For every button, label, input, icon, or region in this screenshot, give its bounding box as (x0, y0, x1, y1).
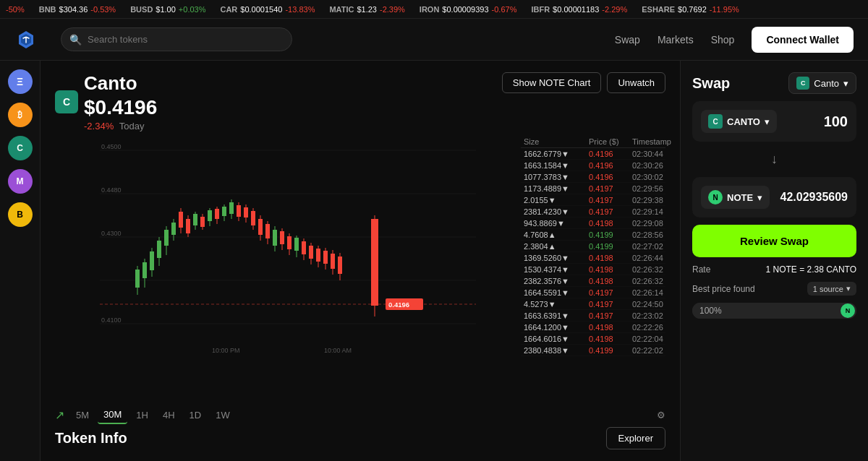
time-btn-30m[interactable]: 30M (98, 406, 127, 424)
unwatch-button[interactable]: Unwatch (607, 72, 665, 93)
time-btn-1w[interactable]: 1W (210, 407, 236, 423)
swap-to-box: N NOTE ▾ 42.02935609 (692, 177, 856, 217)
canto-network-dropdown[interactable]: C Canto ▾ (788, 72, 856, 94)
note-select-icon: N (708, 190, 723, 204)
svg-rect-26 (186, 219, 190, 233)
table-row: 1664.1200▼ 0.4198 02:22:26 (521, 322, 665, 333)
svg-rect-16 (150, 251, 154, 270)
to-token-chevron: ▾ (757, 192, 762, 203)
swap-from-box: C CANTO ▾ 100 (692, 101, 856, 142)
sidebar-item-mochi[interactable]: M (8, 169, 33, 194)
token-info-title: Token Info (55, 430, 127, 447)
trade-list: Size Price ($) Timestamp 1662.6779▼ 0.41… (521, 136, 665, 400)
time-btn-1d[interactable]: 1D (184, 407, 208, 423)
table-row: 2381.4230▼ 0.4197 02:29:14 (521, 206, 665, 217)
from-token-amount[interactable]: 100 (824, 113, 848, 130)
table-row: 1663.6391▼ 0.4197 02:23:02 (521, 310, 665, 322)
svg-rect-36 (222, 207, 226, 216)
svg-rect-60 (309, 246, 313, 259)
rate-value: 1 NOTE = 2.38 CANTO (766, 264, 857, 275)
chart-container: 0.4500 0.4480 0.4300 0.4100 10:00 PM 10:… (55, 136, 665, 400)
chart-controls: Show NOTE Chart Unwatch (502, 72, 665, 93)
sidebar-item-bnb[interactable]: B (8, 202, 33, 227)
svg-text:0.4100: 0.4100 (101, 316, 122, 324)
svg-text:0.4500: 0.4500 (101, 143, 122, 150)
nav-shop[interactable]: Shop (711, 34, 735, 46)
svg-text:10:00 AM: 10:00 AM (324, 347, 352, 354)
ticker-item-bnb: BNB $304.36 -0.53% (39, 5, 116, 14)
svg-text:10:00 PM: 10:00 PM (212, 347, 240, 354)
svg-rect-44 (251, 211, 255, 225)
show-note-chart-button[interactable]: Show NOTE Chart (502, 72, 602, 93)
svg-rect-40 (237, 205, 241, 217)
table-row: 2.0155▼ 0.4197 02:29:38 (521, 194, 665, 206)
nav-swap[interactable]: Swap (615, 34, 640, 46)
svg-text:0.4480: 0.4480 (101, 186, 122, 194)
settings-icon[interactable]: ⚙ (657, 410, 665, 421)
svg-rect-64 (323, 251, 328, 264)
candlestick-chart: 0.4500 0.4480 0.4300 0.4100 10:00 PM 10:… (55, 136, 521, 360)
svg-rect-38 (229, 202, 234, 214)
svg-rect-70 (371, 219, 378, 306)
canto-token-icon: C (55, 90, 78, 113)
ticker-item-car: CAR $0.0001540 -13.83% (220, 5, 315, 14)
source-dropdown[interactable]: 1 source ▾ (807, 282, 856, 296)
table-row: 2380.4838▼ 0.4199 02:22:02 (521, 345, 665, 356)
swap-direction-arrow: ↓ (692, 149, 856, 170)
canto-select-icon: C (708, 114, 723, 129)
to-token-name: NOTE (727, 192, 753, 203)
sidebar-item-eth[interactable]: Ξ (8, 69, 33, 94)
svg-rect-50 (273, 230, 277, 246)
sidebar-item-btc[interactable]: ₿ (8, 103, 33, 127)
svg-rect-56 (294, 238, 299, 251)
explorer-button[interactable]: Explorer (606, 427, 665, 449)
ticker-item-iron: IRON $0.00009393 -0.67% (420, 5, 517, 14)
search-input[interactable] (61, 27, 292, 51)
from-token-select[interactable]: C CANTO ▾ (701, 110, 777, 133)
source-chevron-icon: ▾ (846, 284, 851, 293)
svg-text:0.4300: 0.4300 (101, 230, 122, 237)
ticker-item-matic: MATIC $1.23 -2.39% (329, 5, 404, 14)
svg-rect-14 (142, 262, 147, 278)
time-btn-5m[interactable]: 5M (70, 407, 95, 423)
time-btn-1h[interactable]: 1H (130, 407, 154, 423)
swap-title: Swap (692, 75, 730, 92)
table-row: 4.7608▲ 0.4199 02:28:56 (521, 229, 665, 241)
canto-badge-icon: C (796, 77, 809, 90)
search-box[interactable]: 🔍 (61, 27, 292, 51)
review-swap-button[interactable]: Review Swap (692, 225, 856, 257)
table-row: 2382.3576▼ 0.4198 02:26:32 (521, 275, 665, 287)
ticker-bar: -50% BNB $304.36 -0.53% BUSD $1.00 +0.03… (0, 0, 868, 19)
ticker-item-ibfr: IBFR $0.00001183 -2.29% (531, 5, 627, 14)
table-row: 2.3804▲ 0.4199 02:27:02 (521, 241, 665, 252)
best-price-label: Best price found (692, 284, 755, 294)
svg-rect-18 (157, 241, 161, 258)
svg-rect-42 (244, 207, 248, 217)
svg-text:0.4196: 0.4196 (388, 301, 409, 309)
table-row: 1369.5260▼ 0.4198 02:26:44 (521, 252, 665, 264)
swap-progress-bar: 100% N (692, 303, 856, 319)
connect-wallet-button[interactable]: Connect Wallet (752, 27, 854, 53)
svg-rect-22 (171, 223, 176, 235)
svg-rect-30 (200, 217, 205, 227)
svg-rect-32 (208, 210, 212, 221)
svg-rect-54 (287, 236, 292, 249)
to-token-select[interactable]: N NOTE ▾ (701, 186, 770, 209)
nav-links: Swap Markets Shop Connect Wallet (615, 27, 854, 53)
svg-rect-34 (215, 209, 219, 219)
svg-rect-46 (258, 219, 263, 235)
table-row: 1530.4374▼ 0.4198 02:26:32 (521, 264, 665, 275)
svg-rect-48 (265, 224, 270, 238)
price-change: -2.34% Today (84, 121, 157, 132)
svg-rect-24 (179, 212, 183, 228)
table-row: 4.5273▼ 0.4197 02:24:50 (521, 298, 665, 310)
nav-markets[interactable]: Markets (658, 34, 694, 46)
time-btn-4h[interactable]: 4H (157, 407, 181, 423)
swap-header: Swap C Canto ▾ (692, 72, 856, 94)
svg-rect-52 (280, 231, 284, 244)
sidebar-item-canto[interactable]: C (8, 136, 33, 160)
table-row: 1664.6016▼ 0.4198 02:22:04 (521, 333, 665, 345)
candlestick-area: 0.4500 0.4480 0.4300 0.4100 10:00 PM 10:… (55, 136, 521, 360)
chevron-down-icon: ▾ (843, 78, 848, 89)
chart-area: C Canto $0.4196 -2.34% Today Show NOTE C… (41, 61, 680, 461)
